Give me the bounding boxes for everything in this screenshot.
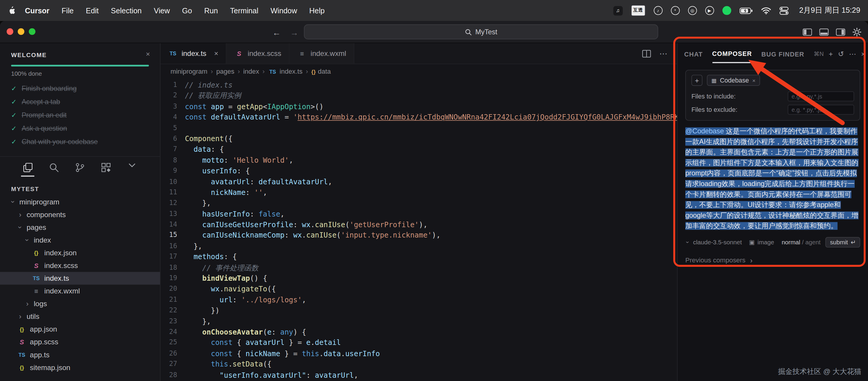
panel-tab-composer[interactable]: COMPOSER: [712, 45, 752, 63]
tree-item-sitemap-json[interactable]: {}sitemap.json: [0, 361, 160, 374]
previous-composers-link[interactable]: Previous composers ›: [678, 248, 868, 272]
explorer-view-icon[interactable]: [21, 163, 34, 177]
code-line-17[interactable]: 17 methods: {: [160, 252, 677, 262]
panel-more-icon[interactable]: ⋯: [849, 50, 856, 58]
code-line-4[interactable]: 4const defaultAvatarUrl = 'https://mmbiz…: [160, 112, 677, 122]
close-panel-icon[interactable]: ×: [861, 50, 865, 58]
toggle-panel-icon[interactable]: [819, 28, 829, 36]
source-control-icon[interactable]: [73, 163, 86, 177]
add-context-button[interactable]: +: [691, 75, 703, 86]
tab-index-scss[interactable]: Sindex.scss: [227, 43, 290, 64]
menu-selection[interactable]: Selection: [111, 6, 142, 15]
spotify-icon[interactable]: [722, 6, 731, 15]
more-views-chevron-icon[interactable]: [125, 163, 138, 172]
menu-file[interactable]: File: [61, 6, 73, 15]
code-line-22[interactable]: 22 }): [160, 305, 677, 316]
code-line-3[interactable]: 3const app = getApp<IAppOption>(): [160, 101, 677, 112]
panel-tab-chat[interactable]: CHAT: [684, 45, 703, 63]
code-line-24[interactable]: 24 onChooseAvatar(e: any) {: [160, 327, 677, 338]
apple-menu-icon[interactable]: [8, 6, 15, 15]
minimize-window-button[interactable]: [18, 28, 24, 35]
extensions-view-icon[interactable]: [99, 163, 112, 177]
files-exclude-input[interactable]: [787, 105, 854, 115]
menubar-datetime[interactable]: 2月9日 周日 15:29: [799, 6, 860, 16]
menu-view[interactable]: View: [154, 6, 170, 15]
tab-index-ts[interactable]: TSindex.ts×: [160, 43, 227, 64]
code-line-2[interactable]: 2// 获取应用实例: [160, 90, 677, 101]
status-app-3-icon[interactable]: ◎: [688, 6, 697, 15]
close-welcome-icon[interactable]: ×: [146, 50, 150, 58]
tree-item-utils[interactable]: ›utils: [0, 310, 160, 323]
breadcrumb-index-ts[interactable]: TSindex.ts: [268, 67, 303, 75]
code-line-13[interactable]: 13 hasUserInfo: false,: [160, 209, 677, 219]
new-composer-button[interactable]: +: [829, 50, 833, 58]
tree-item-miniprogram[interactable]: ›miniprogram: [0, 196, 160, 208]
search-view-icon[interactable]: [47, 163, 60, 177]
code-line-16[interactable]: 16 },: [160, 241, 677, 252]
toggle-secondary-sidebar-icon[interactable]: [836, 28, 845, 36]
code-line-1[interactable]: 1// index.ts: [160, 80, 677, 90]
ime-badge[interactable]: 互透: [631, 5, 645, 16]
attach-image-button[interactable]: ▣ image: [749, 238, 774, 245]
tree-item-pages[interactable]: ›pages: [0, 221, 160, 234]
zoom-window-button[interactable]: [29, 28, 35, 35]
tree-item-index[interactable]: ›index: [0, 234, 160, 246]
tree-item-index-ts[interactable]: TSindex.ts: [0, 272, 160, 285]
explorer-root-label[interactable]: MYTEST: [0, 180, 160, 195]
menu-cursor[interactable]: Cursor: [25, 6, 50, 15]
menu-run[interactable]: Run: [204, 6, 218, 15]
settings-gear-icon[interactable]: [852, 28, 861, 37]
mode-toggle[interactable]: normal / agent: [782, 239, 821, 245]
editor-more-actions-icon[interactable]: ⋯: [659, 49, 668, 59]
breadcrumb-data[interactable]: {}data: [311, 67, 331, 75]
command-center-search[interactable]: MyTest: [304, 24, 658, 39]
code-line-20[interactable]: 20 wx.navigateTo({: [160, 284, 677, 294]
composer-message[interactable]: @Codebase 这是一个微信小程序的代码工程，我要制作一款AI生成图片的微信…: [678, 121, 868, 235]
close-window-button[interactable]: [6, 28, 13, 35]
code-line-6[interactable]: 6Component({: [160, 134, 677, 144]
code-line-19[interactable]: 19 bindViewTap() {: [160, 273, 677, 284]
code-line-9[interactable]: 9 userInfo: {: [160, 166, 677, 176]
status-app-4-icon[interactable]: ▶: [705, 6, 714, 15]
history-icon[interactable]: ↺: [838, 50, 844, 58]
tree-item-logs[interactable]: ›logs: [0, 297, 160, 310]
code-line-15[interactable]: 15 canIUseNicknameComp: wx.canIUse('inpu…: [160, 230, 677, 241]
tree-item-app-scss[interactable]: Sapp.scss: [0, 335, 160, 348]
tree-item-index-wxml[interactable]: ≡index.wxml: [0, 285, 160, 297]
tree-item-index-json[interactable]: {}index.json: [0, 246, 160, 259]
battery-icon[interactable]: [739, 7, 753, 14]
control-center-icon[interactable]: [779, 6, 789, 15]
tree-item-app-ts[interactable]: TSapp.ts: [0, 348, 160, 361]
wifi-icon[interactable]: [761, 7, 771, 14]
breadcrumb-pages[interactable]: pages: [216, 67, 235, 75]
close-tab-icon[interactable]: ×: [214, 50, 218, 58]
code-line-14[interactable]: 14 canIUseGetUserProfile: wx.canIUse('ge…: [160, 219, 677, 230]
menu-window[interactable]: Window: [271, 6, 297, 15]
status-app-1-icon[interactable]: ♪: [654, 6, 662, 15]
code-line-25[interactable]: 25 const { avatarUrl } = e.detail: [160, 338, 677, 348]
code-line-5[interactable]: 5: [160, 123, 677, 134]
menu-go[interactable]: Go: [182, 6, 192, 15]
media-keys-icon[interactable]: ♫: [613, 6, 623, 16]
split-editor-icon[interactable]: [642, 50, 651, 57]
breadcrumb-index[interactable]: index: [243, 67, 259, 75]
menu-terminal[interactable]: Terminal: [230, 6, 258, 15]
tree-item-index-scss[interactable]: Sindex.scss: [0, 259, 160, 272]
codebase-context-chip[interactable]: ▦ Codebase ×: [707, 75, 760, 86]
tree-item-components[interactable]: ›components: [0, 208, 160, 221]
panel-tab-bug-finder[interactable]: BUG FINDER: [761, 45, 804, 63]
model-selector[interactable]: › claude-3.5-sonnet: [685, 239, 742, 245]
status-app-2-icon[interactable]: *: [671, 6, 680, 15]
menu-edit[interactable]: Edit: [86, 6, 99, 15]
code-line-7[interactable]: 7 data: {: [160, 144, 677, 155]
tab-index-wxml[interactable]: ≡index.wxml: [289, 43, 354, 64]
code-editor[interactable]: 1// index.ts2// 获取应用实例3const app = getAp…: [160, 79, 677, 381]
code-line-27[interactable]: 27 this.setData({: [160, 359, 677, 370]
code-line-23[interactable]: 23 },: [160, 316, 677, 327]
forward-button[interactable]: →: [290, 28, 298, 37]
code-line-26[interactable]: 26 const { nickName } = this.data.userIn…: [160, 348, 677, 359]
code-line-21[interactable]: 21 url: '../logs/logs',: [160, 295, 677, 305]
files-include-input[interactable]: [787, 91, 854, 101]
back-button[interactable]: ←: [272, 28, 281, 37]
code-line-11[interactable]: 11 nickName: '',: [160, 187, 677, 198]
